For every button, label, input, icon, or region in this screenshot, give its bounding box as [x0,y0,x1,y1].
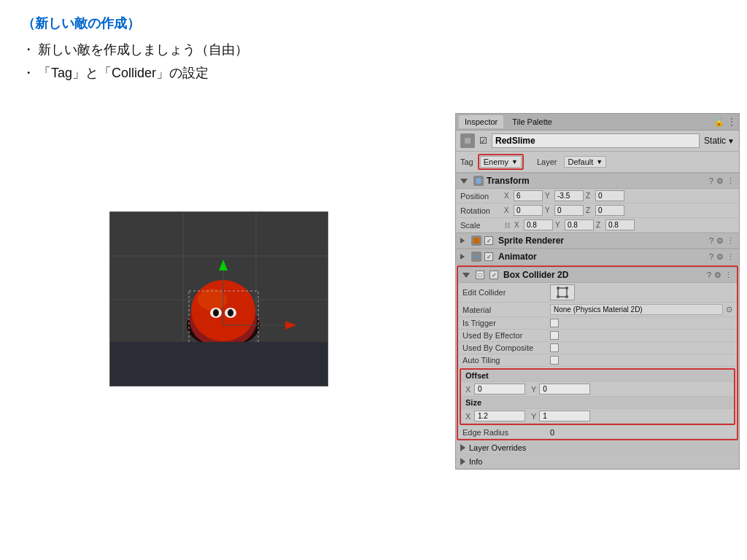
animator-header[interactable]: ✓ Animator ? ⚙ ⋮ [456,249,739,265]
edge-radius-label: Edge Radius [462,428,550,437]
sprite-renderer-checkbox[interactable]: ✓ [484,236,493,245]
offset-x-axis: X [465,385,474,394]
is-trigger-checkbox[interactable] [550,319,559,327]
pos-z-input[interactable] [595,190,624,201]
sprite-renderer-title: Sprite Renderer [498,236,706,246]
svg-point-23 [557,287,560,289]
box-collider-header[interactable]: □ ✓ Box Collider 2D ? ⚙ ⋮ [458,267,737,283]
svg-point-7 [198,289,227,311]
auto-tiling-label: Auto Tiling [462,356,550,365]
layer-dropdown[interactable]: Default ▼ [564,156,606,168]
box-collider-checkbox-square[interactable]: □ [476,271,484,279]
sr-help-icon: ? [709,236,713,246]
rot-z-axis: Z [586,206,593,214]
scale-z-input[interactable] [605,219,635,230]
layer-overrides-label: Layer Overrides [469,443,526,452]
tag-label: Tag [460,158,473,166]
scale-xyz: ⛓ X Y Z [504,219,735,230]
used-by-composite-checkbox[interactable] [550,343,559,352]
rotation-row: Rotation X Y Z [456,203,739,218]
is-trigger-label: Is Trigger [462,319,550,327]
svg-marker-13 [219,260,228,271]
static-dropdown-arrow[interactable]: ▼ [727,137,735,145]
material-field-group: None (Physics Material 2D) ⊙ [550,304,732,315]
used-by-composite-row: Used By Composite [458,342,737,354]
static-label: Static [704,136,726,146]
position-label: Position [460,192,504,201]
edit-collider-button[interactable] [550,284,575,300]
size-x-input[interactable] [474,411,525,421]
object-checkbox[interactable]: ☑ [479,136,487,146]
bullet-1: 新しい敵を作成しましょう（自由） [22,41,725,58]
rotation-label: Rotation [460,206,504,215]
layer-value: Default [568,158,593,166]
bullet-2: 「Tag」と「Collider」の設定 [22,64,725,82]
offset-y-input[interactable] [539,384,590,394]
sr-more-icon: ⋮ [727,236,735,246]
scale-x-axis: X [514,221,522,229]
tab-tile-palette[interactable]: Tile Palette [506,115,558,128]
scale-z-axis: Z [596,221,603,229]
auto-tiling-checkbox[interactable] [550,356,559,365]
more-icon-transform: ⋮ [727,176,735,186]
transform-arrow [460,179,468,184]
transform-title: Transform [487,176,706,186]
bc-more-icon: ⋮ [724,271,732,280]
settings-icon: ⚙ [716,176,724,186]
used-by-effector-row: Used By Effector [458,330,737,342]
rot-y-input[interactable] [554,205,584,216]
tag-layer-row: Tag Enemy ▼ Layer Default ▼ [456,152,739,173]
edge-radius-value: 0 [550,428,554,437]
tag-dropdown-highlight: Enemy ▼ [478,154,524,170]
edge-radius-row: Edge Radius 0 [458,427,737,439]
info-row[interactable]: Info [456,455,739,469]
offset-section-highlight: Offset X Y Size X Y [460,368,735,425]
transform-comp-icons: ? ⚙ ⋮ [709,176,735,186]
scale-x-input[interactable] [524,219,553,230]
material-value: None (Physics Material 2D) [550,304,723,315]
pos-y-input[interactable] [554,190,584,201]
tag-dropdown[interactable]: Enemy ▼ [480,156,522,168]
tab-inspector[interactable]: Inspector [459,115,503,128]
sprite-renderer-header[interactable]: ✓ Sprite Renderer ? ⚙ ⋮ [456,233,739,249]
scale-row: Scale ⛓ X Y Z [456,218,739,233]
pos-x-input[interactable] [514,190,543,201]
more-icon: ⋮ [727,117,736,127]
object-name-input[interactable] [492,133,700,148]
offset-x-input[interactable] [474,384,525,394]
animator-title: Animator [498,252,706,262]
size-y-input[interactable] [539,411,590,421]
auto-tiling-row: Auto Tiling [458,354,737,367]
box-collider-arrow [462,273,470,278]
inspector-lock-icons: 🔒 ⋮ [713,117,736,127]
rot-z-input[interactable] [595,205,624,216]
info-label: Info [469,457,482,466]
static-button[interactable]: Static ▼ [704,136,735,146]
svg-point-25 [557,295,560,298]
scene-view [109,211,328,386]
svg-rect-22 [558,288,567,297]
rot-x-input[interactable] [514,205,543,216]
layer-label: Layer [537,158,557,166]
animator-checkbox[interactable]: ✓ [484,252,493,261]
offset-xy-row: X Y [461,382,734,397]
scale-y-axis: Y [555,221,562,229]
material-select-icon[interactable]: ⊙ [726,305,732,314]
pos-z-axis: Z [586,192,593,200]
object-icon [460,133,475,148]
offset-y-axis: Y [531,385,536,394]
svg-rect-20 [473,238,479,244]
layer-overrides-row[interactable]: Layer Overrides [456,441,739,455]
edit-collider-label: Edit Collider [462,288,550,297]
used-by-effector-checkbox[interactable] [550,331,559,340]
rot-y-axis: Y [545,206,552,214]
help-icon: ? [709,176,713,186]
transform-header[interactable]: Transform ? ⚙ ⋮ [456,173,739,189]
size-x-axis: X [465,412,474,421]
bc-help-icon: ? [707,271,711,280]
layer-overrides-arrow [460,444,465,451]
scale-link-icon: ⛓ [504,222,511,229]
scale-y-input[interactable] [565,219,594,230]
box-collider-checked[interactable]: ✓ [489,271,498,279]
is-trigger-row: Is Trigger [458,317,737,330]
